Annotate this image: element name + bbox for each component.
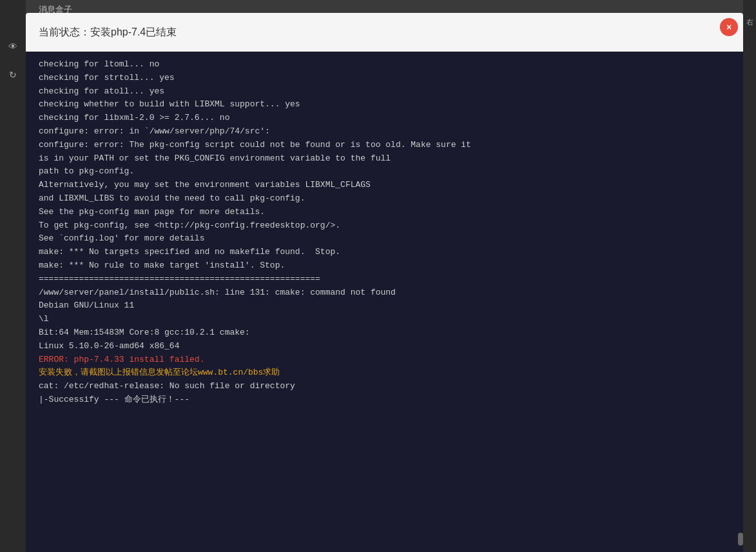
terminal-line: See the pkg-config man page for more det… — [39, 206, 730, 219]
terminal-line: is in your PATH or set the PKG_CONFIG en… — [39, 152, 730, 166]
terminal-line: make: *** No rule to make target 'instal… — [39, 259, 730, 273]
terminal-line: To get pkg-config, see <http://pkg-confi… — [39, 219, 730, 233]
modal-close-button[interactable]: × — [720, 18, 738, 36]
right-sidebar: 右 — [743, 0, 756, 552]
terminal-output[interactable]: checking for ltoml... nochecking for str… — [26, 52, 743, 552]
terminal-line: ERROR: php-7.4.33 install failed. — [39, 353, 730, 367]
terminal-line: make: *** No targets specified and no ma… — [39, 246, 730, 259]
terminal-line: Debian GNU/Linux 11 — [39, 299, 730, 313]
terminal-line: 安装失败，请截图以上报错信息发帖至论坛www.bt.cn/bbs求助 — [39, 366, 730, 380]
refresh-icon[interactable]: ↻ — [5, 67, 21, 83]
sidebar: 👁 ↻ — [0, 0, 26, 552]
modal-title: 当前状态：安装php-7.4已结束 — [39, 26, 177, 39]
terminal-line: /www/server/panel/install/public.sh: lin… — [39, 286, 730, 300]
terminal-line: path to pkg-config. — [39, 165, 730, 179]
terminal-line: \l — [39, 313, 730, 326]
terminal-line: Alternatively, you may set the environme… — [39, 179, 730, 192]
eye-icon[interactable]: 👁 — [5, 39, 21, 54]
terminal-line: cat: /etc/redhat-release: No such file o… — [39, 380, 730, 393]
terminal-line: checking whether to build with LIBXML su… — [39, 98, 730, 112]
terminal-line: configure: error: in `/www/server/php/74… — [39, 125, 730, 139]
terminal-line: Bit:64 Mem:15483M Core:8 gcc:10.2.1 cmak… — [39, 326, 730, 340]
terminal-line: checking for strtoll... yes — [39, 72, 730, 85]
modal-header: 当前状态：安装php-7.4已结束 × — [26, 13, 743, 52]
terminal-line: |-Successify --- 命令已执行！--- — [39, 393, 730, 407]
terminal-line: and LIBXML_LIBS to avoid the need to cal… — [39, 192, 730, 206]
terminal-line: checking for ltoml... no — [39, 58, 730, 72]
terminal-line: checking for atoll... yes — [39, 85, 730, 99]
terminal-line: checking for libxml-2.0 >= 2.7.6... no — [39, 112, 730, 125]
terminal-line: configure: error: The pkg-config script … — [39, 139, 730, 152]
terminal-line: Linux 5.10.0-26-amd64 x86_64 — [39, 340, 730, 353]
terminal-line: ========================================… — [39, 273, 730, 286]
terminal-line: See `config.log' for more details — [39, 232, 730, 246]
modal-dialog: 当前状态：安装php-7.4已结束 × checking for ltoml..… — [26, 13, 743, 552]
scrollbar-thumb[interactable] — [738, 533, 743, 546]
